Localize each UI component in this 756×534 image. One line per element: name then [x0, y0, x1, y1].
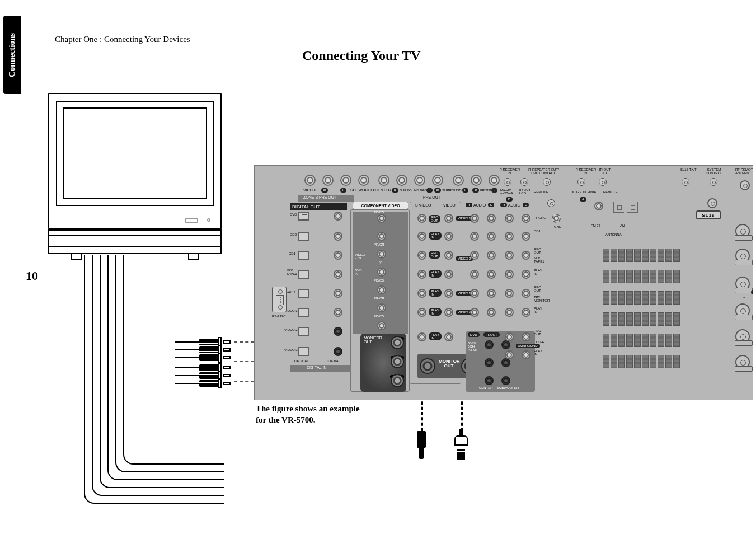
jack-system-control-2 — [707, 198, 717, 208]
cable-seg — [175, 383, 199, 384]
aud-l5-l — [487, 289, 496, 298]
badge-R2: R — [392, 188, 398, 193]
bpost-5 — [735, 329, 750, 344]
jack-6ch-center — [485, 376, 494, 385]
badge-aud-R: R — [466, 203, 472, 207]
jack-ir-recv-in — [504, 178, 511, 186]
label-monitor-out: MONITOR OUT — [364, 336, 382, 344]
aud-r5-l — [522, 289, 530, 298]
label-dc12v-20ma: DC12V == 20mA — [571, 190, 596, 194]
rca-plug — [199, 353, 234, 363]
aud-l3-l — [487, 251, 496, 260]
aud-l1-l — [487, 214, 496, 223]
hdr-audio-2: AUDIO — [508, 203, 520, 207]
coax-video3 — [334, 347, 342, 356]
hdr-component-video: COMPONENT VIDEO — [353, 202, 408, 209]
port-sl16: SL16 — [696, 210, 721, 219]
comp-dvd-pr — [377, 303, 386, 312]
label-cd2: CD2 — [290, 233, 297, 236]
pill-play-in-2: PLAY IN — [429, 270, 442, 278]
label-recout3: REC OUT — [534, 329, 541, 336]
spk-row-3 — [602, 291, 692, 305]
opt-video2 — [298, 327, 309, 336]
label-video: VIDEO — [303, 188, 316, 192]
label-dvd6ch: DVD/ 6CH INPUT — [468, 341, 478, 352]
page-title: Connecting Your TV — [302, 48, 421, 63]
jack-sl16-tx — [682, 178, 689, 186]
jack-system-control — [710, 178, 717, 186]
label-am: AM — [620, 224, 625, 227]
label-6ch-center: CENTER — [479, 386, 493, 390]
badge-aud-L: L — [488, 203, 494, 207]
label-cd1b: CD1 — [534, 229, 541, 233]
section-tab-label: Connections — [8, 32, 17, 77]
aud-l4-l — [487, 270, 496, 279]
aud-r6-l — [522, 308, 530, 317]
label-dvdin: DVD IN — [355, 269, 362, 275]
v-4 — [444, 270, 453, 279]
jack-ir-recv-in-b — [577, 178, 585, 186]
label-6ch-sub: SUBWOOFER — [497, 386, 519, 390]
badge-L3: L — [462, 188, 468, 193]
label-comp-prcr1: PR/CR — [374, 243, 384, 246]
jack-comp-mon-y — [392, 337, 403, 348]
figure-caption-text: The figure shows an example for the VR-5… — [256, 404, 360, 424]
rs232-port — [272, 287, 287, 312]
label-recout2: REC OUT — [534, 285, 541, 292]
label-ir-repeater-out: IR REPEATER OUT/ DVD CONTROL — [524, 168, 563, 175]
label-front: FRONT — [480, 189, 492, 192]
aud-r7-r — [505, 332, 514, 341]
comp-v3-pr — [377, 250, 386, 259]
label-playin1: PLAY IN — [534, 269, 542, 275]
label-y: Y — [379, 261, 382, 264]
jack-ir-out-lcd — [599, 178, 607, 186]
v-5 — [444, 289, 453, 298]
aud-l1-r — [470, 214, 479, 223]
sv-3 — [417, 251, 426, 260]
aud-r2-r — [505, 232, 514, 241]
jack-remote-a — [547, 199, 555, 207]
tv-button — [185, 218, 198, 223]
label-rs232c: RS-232C — [272, 315, 286, 318]
aud-r4-r — [505, 270, 514, 279]
hdr-audio: AUDIO — [473, 203, 486, 207]
video-plug — [417, 431, 426, 460]
label-remote-2: REMOTE — [603, 190, 618, 194]
badge-R: R — [321, 188, 328, 193]
label-surround: SURROUND — [442, 189, 462, 192]
pill-play-in-4: PLAY IN — [429, 308, 442, 316]
v-6 — [444, 308, 453, 317]
aud-r8-r — [505, 350, 514, 359]
label-video2d: VIDEO 2 — [284, 328, 298, 331]
aud-l2-r — [470, 232, 479, 241]
sv-1 — [417, 214, 426, 223]
jack-phono-gnd — [552, 214, 561, 223]
comp-extra — [377, 321, 386, 330]
aud-r6-r — [505, 308, 514, 317]
hdr-digital-out: DIGITAL OUT — [290, 203, 347, 210]
aud-l4-r — [470, 270, 479, 279]
spk-row-5 — [602, 334, 692, 347]
pill-surround: SURROUND — [516, 344, 540, 348]
label-ir-receiver-in-2: IR RECEIVER IN — [572, 168, 599, 175]
comp-dvd-pb — [377, 285, 386, 294]
opt-cdr — [298, 289, 309, 298]
cable-seg — [175, 367, 199, 368]
label-dvd: DVD — [290, 213, 297, 216]
aud-l5-r — [470, 289, 479, 298]
badge-R4: R — [472, 188, 479, 193]
tv-stand — [48, 229, 222, 254]
label-rf-remote-ant: RF REMOT ANTENN — [735, 168, 753, 175]
comp-v3-pb — [377, 232, 386, 241]
label-fm75: FM 75 — [591, 224, 600, 227]
aud-r3-r — [505, 251, 514, 260]
receiver-rear-panel: IR RECEIVER IN IR REPEATER OUT/ DVD CONT… — [254, 165, 753, 400]
jack-6ch-sub — [501, 376, 510, 385]
coax-cdr — [334, 289, 342, 298]
aud-r1-l — [522, 214, 530, 223]
tv-screen — [63, 107, 207, 199]
jack-ir-rep-out-2 — [543, 178, 551, 186]
cable-seg — [175, 341, 199, 343]
coax-video1 — [334, 308, 342, 317]
preout-jack-row — [301, 175, 503, 186]
